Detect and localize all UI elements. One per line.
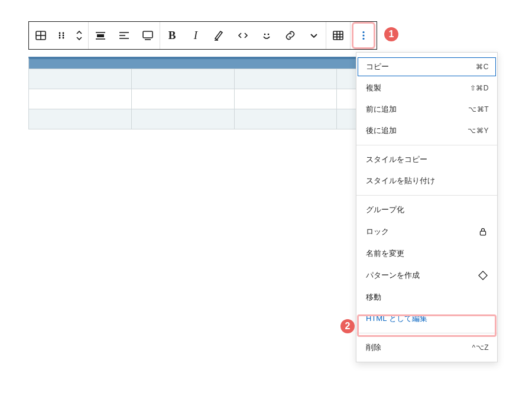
menu-item-label: スタイルをコピー	[366, 154, 427, 165]
drag-handle-button[interactable]	[53, 22, 70, 49]
table-cell[interactable]	[235, 69, 338, 89]
highlight-button[interactable]	[207, 22, 231, 49]
menu-item-label: ロック	[366, 226, 389, 237]
more-vertical-icon	[356, 28, 371, 43]
table-cell[interactable]	[29, 69, 132, 89]
callout-badge-1: 1	[384, 27, 398, 41]
edit-table-button[interactable]	[326, 22, 350, 49]
move-vertical-icon	[72, 28, 86, 43]
link-button[interactable]	[278, 22, 302, 49]
more-rich-text-button[interactable]	[302, 22, 326, 49]
menu-item-shortcut: ⌘C	[476, 63, 489, 71]
bold-glyph: B	[168, 29, 176, 42]
svg-point-25	[362, 31, 364, 33]
menu-item-label: 前に追加	[366, 104, 397, 115]
italic-glyph: I	[194, 29, 197, 42]
callout-badge-2: 2	[340, 319, 355, 333]
table-cell[interactable]	[132, 109, 235, 129]
svg-point-3	[59, 33, 61, 34]
svg-point-8	[63, 37, 64, 39]
emoji-button[interactable]	[255, 22, 278, 49]
highlight-icon	[212, 28, 226, 43]
table-cell[interactable]	[235, 89, 338, 109]
svg-point-4	[63, 33, 64, 34]
link-icon	[283, 28, 297, 43]
menu-item-rename[interactable]: 名前を変更	[356, 243, 497, 264]
code-icon	[236, 28, 250, 43]
move-up-down-button[interactable]	[70, 22, 88, 49]
svg-rect-29	[479, 271, 487, 280]
align-button[interactable]	[89, 22, 112, 49]
menu-item-lock[interactable]: ロック	[356, 220, 497, 243]
svg-point-7	[59, 37, 61, 39]
table-cell[interactable]	[29, 109, 132, 129]
menu-item-duplicate[interactable]: 複製 ⇧⌘D	[356, 77, 497, 99]
menu-separator	[356, 333, 497, 333]
table-icon	[34, 28, 48, 43]
table-style-button[interactable]	[136, 22, 160, 49]
block-options-menu: コピー ⌘C 複製 ⇧⌘D 前に追加 ⌥⌘T 後に追加 ⌥⌘Y スタイルをコピー…	[356, 52, 498, 362]
svg-point-19	[268, 34, 270, 35]
menu-item-shortcut: ⇧⌘D	[470, 84, 489, 92]
caption-icon	[141, 28, 155, 43]
menu-item-label: スタイルを貼り付け	[366, 176, 435, 186]
menu-item-copy[interactable]: コピー ⌘C	[356, 56, 497, 77]
menu-item-label: コピー	[366, 61, 389, 72]
svg-rect-28	[480, 231, 485, 235]
menu-item-label: 後に追加	[366, 125, 397, 136]
block-type-table-button[interactable]	[29, 22, 53, 49]
menu-item-insert-before[interactable]: 前に追加 ⌥⌘T	[356, 99, 497, 120]
block-toolbar: B I	[28, 21, 377, 50]
svg-point-5	[59, 35, 61, 37]
table-cell[interactable]	[29, 89, 132, 109]
menu-item-label: 名前を変更	[366, 248, 404, 259]
menu-item-label: 削除	[366, 342, 381, 353]
menu-item-label: HTML として編集	[366, 313, 427, 324]
align-left-icon	[117, 28, 131, 43]
svg-rect-15	[143, 31, 153, 38]
menu-item-shortcut: ^⌥Z	[472, 343, 489, 352]
code-button[interactable]	[231, 22, 255, 49]
svg-point-6	[63, 35, 64, 37]
svg-point-27	[362, 38, 364, 40]
menu-item-copy-styles[interactable]: スタイルをコピー	[356, 149, 497, 170]
menu-item-label: 移動	[366, 292, 381, 303]
menu-item-paste-styles[interactable]: スタイルを貼り付け	[356, 170, 497, 191]
svg-point-26	[362, 34, 364, 36]
menu-item-create-pattern[interactable]: パターンを作成	[356, 264, 497, 287]
menu-item-insert-after[interactable]: 後に追加 ⌥⌘Y	[356, 120, 497, 141]
italic-button[interactable]: I	[184, 22, 207, 49]
menu-item-label: パターンを作成	[366, 270, 420, 281]
menu-item-shortcut: ⌥⌘T	[468, 105, 489, 113]
menu-item-label: グループ化	[366, 205, 404, 215]
menu-separator	[356, 145, 497, 145]
svg-point-18	[264, 34, 266, 35]
menu-item-edit-as-html[interactable]: HTML として編集	[356, 308, 497, 329]
emoji-icon	[259, 28, 274, 43]
lock-icon	[477, 226, 489, 238]
menu-item-delete[interactable]: 削除 ^⌥Z	[356, 337, 497, 358]
table-edit-icon	[331, 28, 345, 43]
pattern-icon	[477, 270, 489, 281]
svg-rect-20	[333, 31, 343, 40]
menu-item-group[interactable]: グループ化	[356, 199, 497, 220]
menu-item-shortcut: ⌥⌘Y	[468, 126, 489, 135]
options-button[interactable]	[352, 22, 375, 49]
align-none-icon	[93, 28, 108, 43]
chevron-down-icon	[307, 28, 321, 43]
menu-item-label: 複製	[366, 83, 381, 93]
bold-button[interactable]: B	[160, 22, 184, 49]
table-cell[interactable]	[132, 89, 235, 109]
justify-button[interactable]	[112, 22, 136, 49]
menu-item-move[interactable]: 移動	[356, 287, 497, 308]
drag-handle-icon	[54, 28, 69, 43]
table-cell[interactable]	[235, 109, 338, 129]
table-cell[interactable]	[132, 69, 235, 89]
svg-rect-10	[97, 34, 104, 37]
menu-separator	[356, 195, 497, 196]
